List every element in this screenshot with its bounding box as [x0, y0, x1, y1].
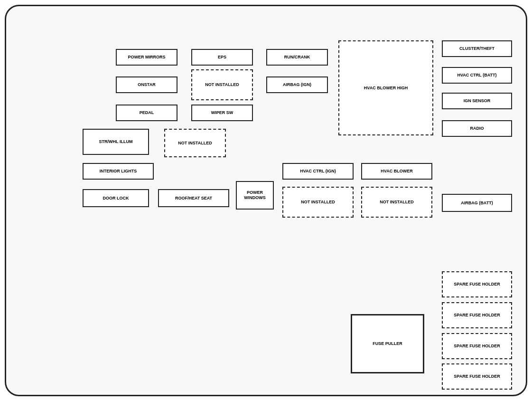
not-installed-4: NOT INSTALLED — [361, 187, 432, 218]
onstar: ONSTAR — [116, 76, 177, 93]
run-crank: RUN/CRANK — [266, 49, 328, 66]
fuse-box-diagram: POWER MIRRORSEPSRUN/CRANKHVAC BLOWER HIG… — [5, 5, 527, 396]
hvac-ctrl-ign: HVAC CTRL (IGN) — [282, 163, 354, 180]
not-installed-3: NOT INSTALLED — [282, 187, 354, 218]
door-lock: DOOR LOCK — [83, 189, 149, 207]
fuse-puller: FUSE PULLER — [351, 314, 424, 373]
cluster-theft: CLUSTER/THEFT — [442, 40, 512, 57]
not-installed-1: NOT INSTALLED — [191, 69, 253, 100]
spare-fuse-1: SPARE FUSE HOLDER — [442, 271, 512, 297]
eps: EPS — [191, 49, 253, 66]
hvac-ctrl-batt: HVAC CTRL (BATT) — [442, 67, 512, 84]
hvac-blower-high: HVAC BLOWER HIGH — [338, 40, 433, 135]
spare-fuse-3: SPARE FUSE HOLDER — [442, 333, 512, 359]
radio: RADIO — [442, 120, 512, 137]
power-mirrors: POWER MIRRORS — [116, 49, 177, 66]
interior-lights: INTERIOR LIGHTS — [83, 163, 154, 180]
not-installed-2: NOT INSTALLED — [164, 129, 226, 157]
roof-heat-seat: ROOF/HEAT SEAT — [158, 189, 229, 207]
str-whl-illum: STR/WHL ILLUM — [83, 129, 149, 155]
spare-fuse-4: SPARE FUSE HOLDER — [442, 363, 512, 390]
power-windows: POWER WINDOWS — [236, 181, 274, 210]
hvac-blower: HVAC BLOWER — [361, 163, 432, 180]
wiper-sw: WIPER SW — [191, 105, 253, 121]
ign-sensor: IGN SENSOR — [442, 93, 512, 109]
airbag-batt: AIRBAG (BATT) — [442, 194, 512, 212]
pedal: PEDAL — [116, 105, 177, 121]
airbag-ign: AIRBAG (IGN) — [266, 76, 328, 93]
spare-fuse-2: SPARE FUSE HOLDER — [442, 302, 512, 328]
